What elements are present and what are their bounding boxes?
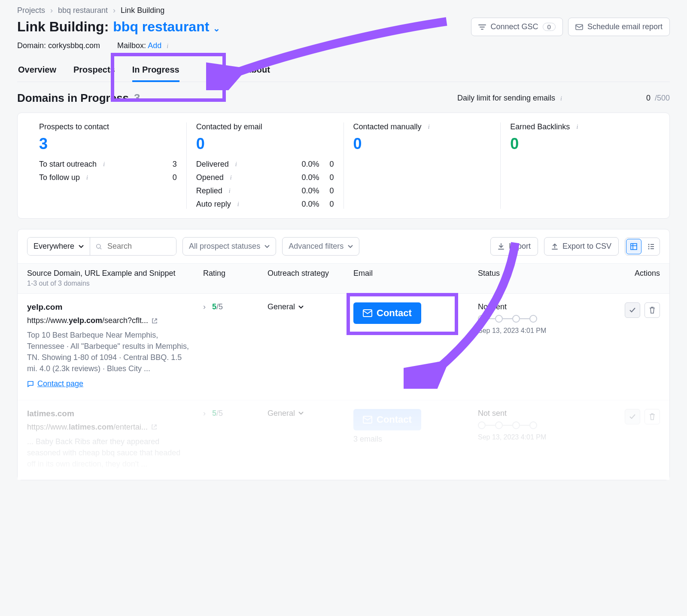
row-url[interactable]: https://www.latimes.com/entertai...	[27, 423, 203, 432]
info-icon[interactable]: i	[425, 123, 433, 131]
col-rating: Rating	[203, 269, 268, 287]
project-name: bbq restaurant	[113, 19, 209, 34]
schedule-email-button[interactable]: Schedule email report	[568, 18, 670, 36]
row-url[interactable]: https://www.yelp.com/search?cflt...	[27, 316, 203, 325]
url-bold: latimes.com	[69, 423, 113, 431]
search-input[interactable]	[90, 238, 176, 255]
info-icon[interactable]: i	[573, 123, 581, 131]
status-text: Not sent	[478, 409, 585, 418]
mailbox-add-link[interactable]: Add	[148, 41, 161, 50]
info-icon[interactable]: i	[100, 161, 108, 168]
status-steps	[478, 421, 585, 429]
page-title: Link Building: bbq restaurant ⌄	[17, 19, 220, 35]
row-opened-n: 0	[319, 173, 334, 182]
export-button[interactable]: Export to CSV	[544, 237, 619, 256]
svg-rect-0	[576, 24, 583, 30]
connect-gsc-button[interactable]: Connect GSC 0	[471, 18, 562, 36]
tab-in-progress[interactable]: In Progress	[131, 60, 180, 82]
breadcrumb: Projects › bbq restaurant › Link Buildin…	[17, 6, 670, 15]
contact-page-label: Contact page	[37, 379, 83, 388]
connect-gsc-label: Connect GSC	[490, 22, 538, 31]
prospects-row-start-n[interactable]: 3	[162, 160, 177, 169]
mailbox-label: Mailbox:	[117, 41, 146, 50]
row-replied-n: 0	[319, 186, 334, 195]
table-header: Source Domain, URL Example and Snippet 1…	[18, 263, 669, 293]
contact-page-link[interactable]: Contact page	[27, 379, 83, 388]
trash-icon	[649, 307, 655, 314]
mark-done-button[interactable]	[625, 409, 640, 424]
gsc-count-badge: 0	[543, 23, 556, 31]
tab-prospects[interactable]: Prospects	[73, 60, 116, 82]
chevron-right-icon[interactable]: ›	[203, 409, 206, 418]
row-snippet: Top 10 Best Barbeque Near Memphis, Tenne…	[27, 329, 190, 374]
row-autoreply: Auto reply	[196, 200, 231, 209]
status-steps	[478, 315, 585, 323]
contact-button[interactable]: Contact	[353, 409, 421, 430]
status-date: Sep 13, 2023 4:01 PM	[478, 327, 585, 335]
tab-about[interactable]: About	[244, 60, 271, 82]
card-manual-title: Contacted manually	[353, 122, 422, 131]
view-toggle	[625, 238, 660, 256]
breadcrumb-root[interactable]: Projects	[17, 6, 45, 15]
list-icon	[647, 243, 654, 250]
svg-point-4	[648, 248, 650, 249]
strategy-label: General	[268, 302, 295, 311]
status-filter-dropdown[interactable]: All prospect statuses	[182, 237, 276, 256]
external-link-icon	[152, 318, 158, 324]
svg-point-2	[648, 244, 650, 245]
section-count: 3	[134, 91, 140, 105]
row-replied-pct: 0.0%	[289, 186, 319, 195]
advanced-filters-dropdown[interactable]: Advanced filters	[282, 237, 359, 256]
row-domain[interactable]: latimes.com	[27, 409, 203, 418]
chevron-down-icon: ⌄	[213, 24, 220, 33]
rating-num: 5	[212, 302, 216, 311]
search-scope-dropdown[interactable]: Everywhere	[27, 238, 90, 255]
info-icon[interactable]: i	[557, 95, 565, 103]
chat-icon	[27, 381, 34, 387]
info-icon[interactable]: i	[227, 174, 235, 182]
svg-point-3	[648, 246, 650, 247]
delete-button[interactable]	[644, 302, 660, 318]
rating-of: /5	[216, 409, 223, 418]
advanced-filters-label: Advanced filters	[289, 242, 344, 251]
rating-num: 5	[212, 409, 216, 418]
card-manual-value: 0	[353, 135, 491, 153]
status-text: Not sent	[478, 302, 585, 311]
trash-icon	[649, 413, 655, 420]
col-strategy: Outreach strategy	[268, 269, 353, 287]
chevron-right-icon[interactable]: ›	[203, 302, 206, 311]
info-icon[interactable]: i	[164, 43, 171, 50]
row-domain[interactable]: yelp.com	[27, 302, 203, 312]
info-icon[interactable]: i	[226, 187, 234, 195]
row-delivered-pct: 0.0%	[289, 160, 319, 169]
row-opened-pct: 0.0%	[289, 173, 319, 182]
info-icon[interactable]: i	[83, 174, 91, 182]
mark-done-button[interactable]	[625, 302, 640, 318]
view-list-button[interactable]	[642, 238, 660, 255]
chevron-down-icon	[79, 245, 84, 248]
export-label: Export to CSV	[562, 242, 611, 251]
section-title-text: Domains in Progress	[17, 91, 129, 105]
stat-cards: Prospects to contact 3 To start outreach…	[17, 113, 670, 219]
card-prospects: Prospects to contact 3 To start outreach…	[30, 122, 187, 209]
table-row: yelp.com https://www.yelp.com/search?cfl…	[18, 293, 669, 400]
tabs: Overview Prospects In Progress Monitor A…	[17, 60, 670, 82]
col-source-sub: 1-3 out of 3 domains	[27, 280, 203, 287]
delete-button[interactable]	[644, 409, 660, 424]
view-table-button[interactable]	[626, 239, 641, 254]
strategy-dropdown[interactable]: General	[268, 302, 304, 311]
info-icon[interactable]: i	[232, 161, 240, 168]
import-button[interactable]: Import	[490, 237, 538, 256]
contact-button[interactable]: Contact	[353, 302, 421, 324]
row-snippet: ... Baby Back Ribs after they appeared s…	[27, 436, 190, 470]
domain-meta: Domain: corkysbbq.com	[17, 41, 100, 50]
breadcrumb-project[interactable]: bbq restaurant	[58, 6, 108, 15]
card-earned-title: Earned Backlinks	[510, 122, 570, 131]
info-icon[interactable]: i	[234, 201, 242, 208]
prospects-row-follow-n: 0	[162, 173, 177, 182]
strategy-dropdown[interactable]: General	[268, 409, 304, 418]
breadcrumb-leaf: Link Building	[121, 6, 164, 15]
tab-overview[interactable]: Overview	[17, 60, 57, 82]
project-switcher[interactable]: bbq restaurant ⌄	[113, 19, 220, 35]
chevron-down-icon	[298, 305, 304, 309]
